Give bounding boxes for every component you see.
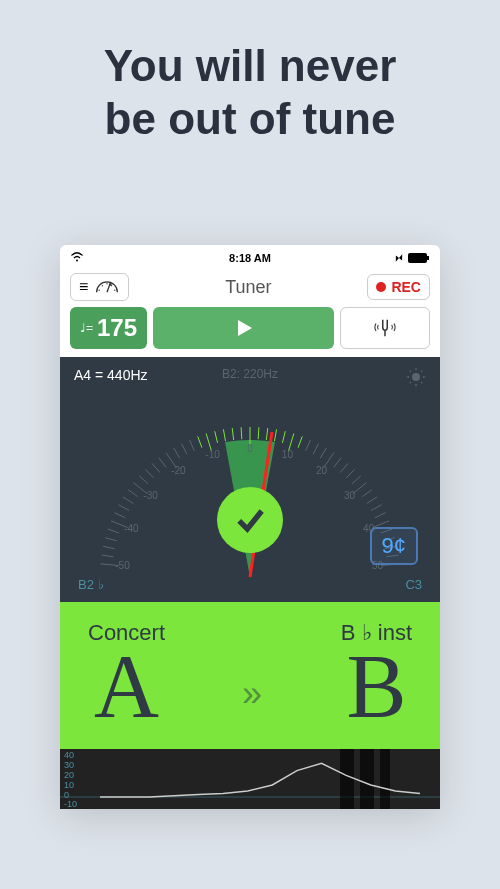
gauge-icon bbox=[94, 278, 120, 296]
svg-line-42 bbox=[313, 444, 318, 455]
hamburger-icon: ≡ bbox=[79, 278, 88, 296]
svg-text:-20: -20 bbox=[171, 465, 186, 476]
svg-rect-74 bbox=[380, 749, 390, 809]
svg-line-12 bbox=[105, 538, 117, 541]
pitch-graph: 40 30 20 10 0 -10 bbox=[60, 749, 440, 809]
svg-line-40 bbox=[298, 436, 302, 447]
svg-line-27 bbox=[189, 440, 194, 451]
svg-line-46 bbox=[340, 463, 348, 472]
svg-line-20 bbox=[139, 476, 148, 484]
detected-frequency: B2: 220Hz bbox=[222, 367, 278, 381]
note-panel: Concert A » B ♭ inst B bbox=[60, 602, 440, 749]
instrument-note: B bbox=[341, 646, 412, 727]
svg-text:-30: -30 bbox=[143, 490, 158, 501]
status-time: 8:18 AM bbox=[229, 252, 271, 264]
svg-line-21 bbox=[145, 469, 153, 478]
svg-line-50 bbox=[362, 490, 372, 497]
svg-line-16 bbox=[119, 505, 130, 511]
svg-line-17 bbox=[123, 497, 133, 503]
tuning-fork-icon bbox=[370, 316, 400, 340]
svg-line-33 bbox=[241, 427, 242, 439]
svg-text:20: 20 bbox=[316, 465, 328, 476]
wifi-icon bbox=[70, 252, 84, 264]
svg-line-37 bbox=[274, 429, 276, 441]
svg-line-52 bbox=[371, 505, 382, 511]
graph-line bbox=[60, 749, 440, 809]
svg-point-4 bbox=[102, 285, 103, 286]
svg-line-38 bbox=[282, 431, 285, 443]
svg-line-30 bbox=[215, 431, 218, 443]
svg-text:30: 30 bbox=[344, 490, 356, 501]
gear-icon bbox=[406, 367, 426, 387]
svg-line-31 bbox=[223, 429, 225, 441]
play-icon bbox=[234, 318, 254, 338]
svg-line-11 bbox=[103, 546, 115, 548]
toolbar: ♩= 175 bbox=[60, 307, 440, 357]
svg-line-32 bbox=[232, 428, 233, 440]
svg-line-13 bbox=[108, 529, 119, 533]
reference-pitch: A4 = 440Hz bbox=[74, 367, 148, 383]
svg-line-48 bbox=[352, 476, 361, 484]
svg-text:0: 0 bbox=[247, 443, 253, 454]
play-button[interactable] bbox=[153, 307, 334, 349]
svg-line-23 bbox=[159, 458, 166, 468]
hero-heading: You will never be out of tune bbox=[0, 0, 500, 166]
status-bar: 8:18 AM bbox=[60, 245, 440, 267]
svg-line-26 bbox=[181, 444, 186, 455]
concert-note: A bbox=[88, 646, 165, 727]
svg-line-15 bbox=[114, 513, 125, 518]
tuning-fork-button[interactable] bbox=[340, 307, 430, 349]
svg-text:-50: -50 bbox=[115, 560, 130, 571]
app-title: Tuner bbox=[225, 277, 271, 298]
svg-rect-1 bbox=[408, 253, 427, 263]
svg-line-41 bbox=[306, 440, 311, 451]
in-tune-indicator bbox=[217, 487, 283, 553]
svg-text:10: 10 bbox=[282, 449, 294, 460]
svg-line-25 bbox=[174, 448, 180, 458]
lower-note-label: B2 ♭ bbox=[78, 577, 104, 592]
svg-line-10 bbox=[102, 555, 114, 557]
settings-button[interactable] bbox=[406, 367, 426, 390]
battery-icon bbox=[394, 253, 430, 263]
note-icon: ♩= bbox=[80, 321, 93, 335]
record-icon bbox=[376, 282, 386, 292]
svg-point-5 bbox=[107, 283, 108, 284]
svg-rect-73 bbox=[360, 749, 374, 809]
app-header: ≡ Tuner REC bbox=[60, 267, 440, 307]
svg-line-45 bbox=[334, 458, 341, 468]
svg-rect-72 bbox=[340, 749, 354, 809]
tempo-button[interactable]: ♩= 175 bbox=[70, 307, 147, 349]
graph-scale: 40 30 20 10 0 -10 bbox=[64, 751, 77, 809]
cents-readout: 9¢ bbox=[370, 527, 418, 565]
svg-line-47 bbox=[346, 469, 354, 478]
phone-frame: 8:18 AM ≡ Tuner REC ♩= 175 bbox=[60, 245, 440, 809]
svg-line-18 bbox=[128, 490, 138, 497]
svg-line-36 bbox=[266, 428, 267, 440]
transpose-arrow-icon: » bbox=[242, 673, 258, 715]
svg-line-22 bbox=[152, 463, 160, 472]
svg-line-35 bbox=[258, 427, 259, 439]
record-button[interactable]: REC bbox=[367, 274, 430, 300]
svg-line-43 bbox=[320, 448, 326, 458]
check-icon bbox=[232, 502, 268, 538]
svg-point-7 bbox=[114, 290, 115, 291]
tuner-gauge: A4 = 440Hz B2: 220Hz -50-40-30-20-100102… bbox=[60, 357, 440, 602]
svg-point-0 bbox=[76, 260, 78, 262]
svg-text:-10: -10 bbox=[205, 449, 220, 460]
menu-button[interactable]: ≡ bbox=[70, 273, 129, 301]
svg-line-28 bbox=[198, 436, 202, 447]
svg-text:-40: -40 bbox=[124, 523, 139, 534]
upper-note-label: C3 bbox=[405, 577, 422, 592]
svg-line-51 bbox=[367, 497, 377, 503]
svg-point-3 bbox=[99, 290, 100, 291]
svg-line-53 bbox=[375, 513, 386, 518]
svg-rect-2 bbox=[427, 256, 429, 260]
